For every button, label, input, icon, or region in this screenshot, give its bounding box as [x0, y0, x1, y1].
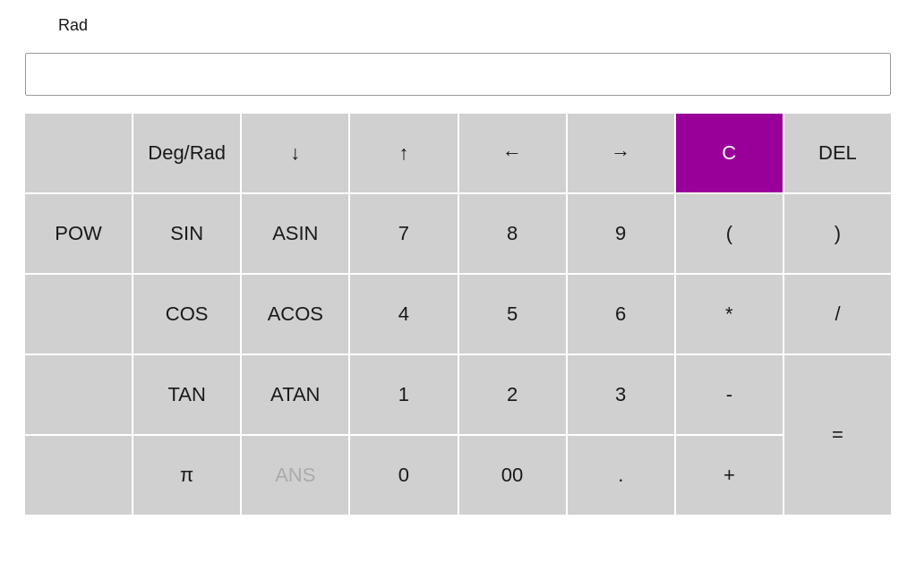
seven-button[interactable]: 7: [350, 194, 457, 273]
pi-button[interactable]: π: [133, 436, 240, 515]
two-button[interactable]: 2: [459, 355, 566, 434]
tan-button[interactable]: TAN: [133, 355, 240, 434]
clear-button[interactable]: C: [676, 114, 783, 192]
nine-button[interactable]: 9: [568, 194, 674, 273]
atan-button[interactable]: ATAN: [242, 355, 348, 434]
divide-button[interactable]: /: [784, 275, 891, 354]
arrow-up-button[interactable]: ↑: [350, 114, 457, 192]
deg-rad-button[interactable]: Deg/Rad: [133, 114, 240, 192]
five-button[interactable]: 5: [459, 275, 566, 354]
zero-button[interactable]: 0: [350, 436, 457, 515]
open-paren-button[interactable]: (: [676, 194, 783, 273]
calculator-grid: Deg/Rad ↓ ↑ ← → C DEL POW SIN ASIN 7 8 9…: [25, 114, 891, 515]
asin-button[interactable]: ASIN: [242, 194, 348, 273]
four-button[interactable]: 4: [350, 275, 457, 354]
arrow-left-button[interactable]: ←: [459, 114, 566, 192]
arrow-down-button[interactable]: ↓: [242, 114, 348, 192]
acos-button[interactable]: ACOS: [242, 275, 348, 354]
cos-button[interactable]: COS: [133, 275, 240, 354]
one-button[interactable]: 1: [350, 355, 457, 434]
multiply-button[interactable]: *: [676, 275, 783, 354]
display-area: [25, 53, 891, 96]
empty-1: [25, 114, 132, 192]
three-button[interactable]: 3: [568, 355, 674, 434]
pow-button[interactable]: POW: [25, 194, 132, 273]
add-button[interactable]: +: [676, 436, 783, 515]
double-zero-button[interactable]: 00: [459, 436, 566, 515]
close-paren-button[interactable]: ): [784, 194, 891, 273]
empty-3: [25, 355, 132, 434]
arrow-right-button[interactable]: →: [568, 114, 674, 192]
six-button[interactable]: 6: [568, 275, 674, 354]
subtract-button[interactable]: -: [676, 355, 783, 434]
eight-button[interactable]: 8: [459, 194, 566, 273]
sin-button[interactable]: SIN: [133, 194, 240, 273]
rad-label: Rad: [0, 0, 916, 44]
dot-button[interactable]: .: [568, 436, 674, 515]
del-button[interactable]: DEL: [784, 114, 891, 192]
display-input[interactable]: [25, 53, 891, 96]
empty-4: [25, 436, 132, 515]
equals-button[interactable]: =: [784, 355, 891, 515]
ans-button[interactable]: ANS: [242, 436, 348, 515]
empty-2: [25, 275, 132, 354]
